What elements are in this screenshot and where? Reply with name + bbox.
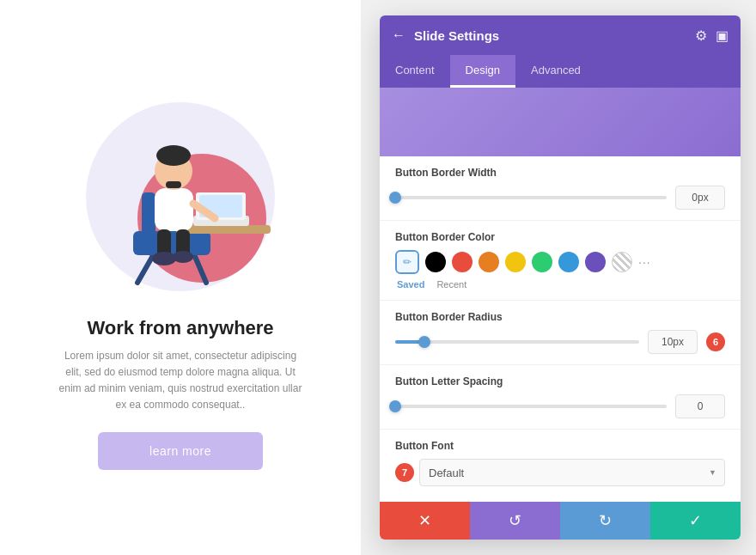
swatch-blue[interactable] [558, 252, 579, 272]
back-icon[interactable]: ← [392, 27, 405, 43]
recent-label[interactable]: Recent [436, 279, 466, 290]
redo-button[interactable]: ↻ [560, 502, 650, 540]
button-letter-spacing-slider-row: 0 [395, 394, 725, 418]
svg-rect-5 [142, 192, 155, 235]
swatch-red[interactable] [452, 252, 472, 272]
swatch-orange[interactable] [479, 252, 499, 272]
button-font-label: Button Font [395, 440, 725, 452]
svg-rect-10 [155, 188, 193, 231]
tab-design[interactable]: Design [450, 55, 515, 88]
button-font-select-row: 7 Default [395, 459, 725, 486]
layout-icon[interactable]: ▣ [716, 27, 729, 44]
swatch-purple[interactable] [585, 252, 606, 272]
panel-tabs: Content Design Advanced [380, 55, 741, 88]
panel-footer: ✕ ↺ ↻ ✓ [380, 502, 741, 540]
color-swatches: ✏ ··· [395, 250, 725, 274]
button-letter-spacing-label: Button Letter Spacing [395, 375, 725, 387]
button-border-radius-label: Button Border Radius [395, 311, 725, 323]
button-letter-spacing-section: Button Letter Spacing 0 [380, 365, 741, 430]
button-border-color-section: Button Border Color ✏ ··· Saved Recent [380, 221, 741, 301]
swatch-green[interactable] [532, 252, 552, 272]
confirm-button[interactable]: ✓ [650, 502, 741, 540]
button-letter-spacing-slider[interactable] [395, 405, 667, 408]
panel-content: Button Border Width 0px Button Border Co… [380, 88, 741, 502]
tab-advanced[interactable]: Advanced [515, 55, 596, 88]
button-border-color-label: Button Border Color [395, 231, 725, 243]
slide-preview: Work from anywhere Lorem ipsum dolor sit… [0, 0, 361, 555]
button-font-select[interactable]: Default [419, 459, 725, 486]
svg-point-17 [152, 252, 176, 265]
swatch-more[interactable]: ··· [638, 255, 651, 269]
slide-title: Work from anywhere [87, 317, 273, 339]
button-border-width-label: Button Border Width [395, 167, 725, 179]
tab-content[interactable]: Content [380, 55, 450, 88]
button-letter-spacing-value: 0 [675, 394, 725, 418]
button-border-width-section: Button Border Width 0px [380, 156, 741, 221]
swatch-black[interactable] [425, 252, 446, 272]
slide-body-text: Lorem ipsum dolor sit amet, consectetur … [56, 348, 305, 414]
button-border-width-slider-row: 0px [395, 186, 725, 210]
svg-point-12 [156, 145, 191, 166]
button-font-wrapper: Default [419, 459, 725, 486]
button-border-width-value: 0px [675, 186, 725, 210]
reset-button[interactable]: ↺ [470, 502, 560, 540]
button-font-section: Button Font 7 Default [380, 430, 741, 502]
button-border-radius-slider[interactable] [395, 340, 639, 344]
saved-label[interactable]: Saved [397, 279, 424, 290]
panel-header: ← Slide Settings ⚙ ▣ [380, 15, 741, 55]
swatch-none[interactable] [612, 252, 632, 272]
button-border-radius-value: 10px [648, 330, 698, 354]
settings-icon[interactable]: ⚙ [695, 27, 707, 44]
learn-more-button[interactable]: learn more [98, 432, 263, 470]
swatch-yellow[interactable] [505, 252, 526, 272]
panel-title: Slide Settings [414, 28, 695, 43]
settings-panel: ← Slide Settings ⚙ ▣ Content Design Adva… [380, 15, 741, 540]
preview-strip [380, 88, 741, 156]
button-border-width-slider[interactable] [395, 196, 667, 199]
custom-color-picker[interactable]: ✏ [395, 250, 419, 274]
header-icons: ⚙ ▣ [695, 27, 729, 44]
button-border-radius-section: Button Border Radius 10px 6 [380, 301, 741, 365]
svg-point-18 [173, 251, 193, 263]
illustration-area [43, 85, 318, 308]
button-border-radius-slider-row: 10px 6 [395, 330, 725, 354]
font-badge: 7 [395, 463, 414, 482]
border-radius-badge: 6 [706, 332, 725, 351]
slider-thumb[interactable] [389, 192, 401, 204]
slider-thumb[interactable] [418, 336, 430, 348]
cancel-button[interactable]: ✕ [380, 502, 470, 540]
slider-thumb[interactable] [389, 400, 401, 412]
svg-rect-13 [166, 181, 181, 188]
saved-recent-row: Saved Recent [397, 279, 725, 290]
